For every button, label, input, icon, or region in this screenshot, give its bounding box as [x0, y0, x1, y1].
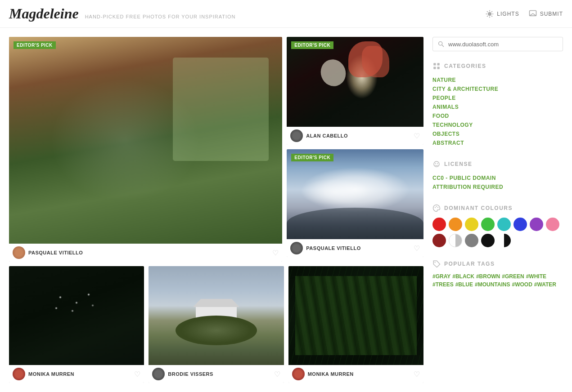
header-right: LIGHTS SUBMIT — [485, 9, 563, 18]
heart-button-clouds[interactable]: ♡ — [414, 244, 420, 253]
category-nature[interactable]: NATURE — [432, 76, 563, 85]
tag-brown[interactable]: #BROWN — [476, 273, 500, 280]
svg-point-22 — [435, 262, 436, 263]
photo-item-car: EDITOR'S PICK PASQUALE VITIELLO ♡ — [9, 37, 282, 262]
photo-image-clouds[interactable] — [287, 149, 423, 239]
swatch-yellow[interactable] — [465, 218, 478, 231]
photo-image-bush[interactable] — [9, 266, 144, 365]
svg-line-5 — [487, 11, 488, 12]
categories-title: CATEGORIES — [432, 62, 563, 70]
swatch-teal[interactable] — [497, 218, 511, 231]
author-name-car: PASQUALE VITIELLO — [28, 250, 83, 255]
swatch-dark-red[interactable] — [432, 234, 446, 247]
author-name-flower: ALAN CABELLO — [306, 133, 348, 138]
category-abstract[interactable]: ABSTRACT — [432, 138, 563, 147]
license-cc0[interactable]: CC0 - PUBLIC DOMAIN — [432, 174, 563, 183]
editors-pick-badge-clouds: EDITOR'S PICK — [291, 154, 333, 161]
search-box[interactable] — [432, 37, 563, 51]
photo-footer-bush: MONIKA MURREN ♡ — [9, 365, 144, 383]
tag-trees[interactable]: #TREES — [432, 281, 454, 288]
tags-label: POPULAR TAGS — [444, 261, 495, 267]
svg-point-21 — [437, 207, 438, 208]
lights-button[interactable]: LIGHTS — [485, 9, 519, 18]
tag-wood[interactable]: #WOOD — [512, 281, 532, 288]
swatch-blue[interactable] — [513, 218, 527, 231]
heart-button-bush[interactable]: ♡ — [134, 370, 140, 379]
main: EDITOR'S PICK PASQUALE VITIELLO ♡ — [0, 28, 572, 392]
svg-point-17 — [435, 163, 436, 164]
heart-button-flower[interactable]: ♡ — [414, 132, 420, 140]
swatch-pink[interactable] — [546, 218, 559, 231]
avatar-fern — [292, 368, 305, 380]
license-section: LICENSE CC0 - PUBLIC DOMAIN ATTRIBUTION … — [432, 160, 563, 192]
swatch-gray[interactable] — [465, 234, 478, 247]
avatar-barn — [152, 368, 165, 380]
category-people[interactable]: PEOPLE — [432, 94, 563, 102]
tag-black[interactable]: #BLACK — [452, 273, 474, 280]
swatch-red[interactable] — [432, 218, 446, 231]
category-technology[interactable]: TECHNOLOGY — [432, 120, 563, 129]
heart-button-fern[interactable]: ♡ — [414, 370, 420, 379]
lights-icon — [485, 9, 494, 18]
swatch-green[interactable] — [481, 218, 495, 231]
photo-image-fern[interactable] — [288, 266, 423, 365]
tag-white[interactable]: #WHITE — [526, 273, 546, 280]
right-column: EDITOR'S PICK ALAN CABELLO ♡ — [287, 37, 423, 262]
editors-pick-badge-car: EDITOR'S PICK — [14, 41, 56, 49]
swatch-half-white-gray[interactable] — [449, 234, 462, 247]
swatch-orange[interactable] — [449, 218, 462, 231]
photo-image-barn[interactable] — [149, 266, 284, 365]
search-icon — [437, 40, 445, 48]
tag-water[interactable]: #WATER — [534, 281, 556, 288]
search-input[interactable] — [448, 41, 558, 48]
svg-point-19 — [435, 207, 436, 208]
svg-point-10 — [439, 42, 442, 45]
tag-mountains[interactable]: #MOUNTAINS — [475, 281, 510, 288]
category-city[interactable]: CITY & ARCHITECTURE — [432, 85, 563, 94]
header-left: Magdeleine Hand-Picked Free Photos For Y… — [9, 5, 236, 22]
author-name-fern: MONIKA MURREN — [308, 371, 354, 377]
svg-line-11 — [442, 45, 444, 47]
site-tagline: Hand-Picked Free Photos For Your Inspira… — [85, 14, 236, 19]
tags-icon — [432, 260, 441, 268]
categories-label: CATEGORIES — [444, 63, 486, 69]
top-photo-row: EDITOR'S PICK PASQUALE VITIELLO ♡ — [9, 37, 423, 262]
svg-point-20 — [436, 206, 437, 207]
heart-button-car[interactable]: ♡ — [272, 249, 279, 257]
avatar-car — [13, 246, 25, 259]
category-animals[interactable]: ANIMALS — [432, 102, 563, 111]
swatch-black[interactable] — [481, 234, 495, 247]
license-icon — [432, 160, 441, 168]
photo-item-barn: BRODIE VISSERS ♡ — [149, 266, 284, 383]
header: Magdeleine Hand-Picked Free Photos For Y… — [0, 0, 572, 28]
svg-line-7 — [491, 11, 492, 12]
submit-label: SUBMIT — [540, 11, 563, 17]
license-attribution[interactable]: ATTRIBUTION REQUIRED — [432, 183, 563, 192]
tag-gray[interactable]: #GRAY — [432, 273, 450, 280]
category-food[interactable]: FOOD — [432, 111, 563, 120]
author-name-bush: MONIKA MURREN — [28, 371, 74, 377]
license-list: CC0 - PUBLIC DOMAIN ATTRIBUTION REQUIRED — [432, 174, 563, 192]
avatar-clouds — [290, 242, 303, 254]
lights-label: LIGHTS — [497, 11, 519, 17]
bottom-photo-row: MONIKA MURREN ♡ — [9, 266, 423, 383]
photo-item-clouds: EDITOR'S PICK PASQUALE VITIELLO ♡ — [287, 149, 423, 257]
license-title: LICENSE — [432, 160, 563, 168]
submit-button[interactable]: SUBMIT — [528, 9, 563, 18]
category-objects[interactable]: OBJECTS — [432, 129, 563, 138]
photo-inner-car: EDITOR'S PICK — [9, 37, 282, 244]
photo-footer-clouds: PASQUALE VITIELLO ♡ — [287, 239, 423, 257]
color-swatches-container — [432, 218, 563, 247]
photo-inner-bush — [9, 266, 144, 365]
heart-button-barn[interactable]: ♡ — [274, 370, 280, 379]
tag-blue[interactable]: #BLUE — [455, 281, 473, 288]
swatch-half-black[interactable] — [497, 234, 511, 247]
svg-point-0 — [488, 12, 491, 15]
photo-item-flower: EDITOR'S PICK ALAN CABELLO ♡ — [287, 37, 423, 145]
photo-image-flower[interactable] — [287, 37, 423, 127]
swatch-purple[interactable] — [530, 218, 543, 231]
tag-green[interactable]: #GREEN — [502, 273, 524, 280]
photo-inner-flower: EDITOR'S PICK — [287, 37, 423, 127]
photo-author-car: PASQUALE VITIELLO — [13, 246, 83, 259]
photo-image-car[interactable] — [9, 37, 282, 244]
